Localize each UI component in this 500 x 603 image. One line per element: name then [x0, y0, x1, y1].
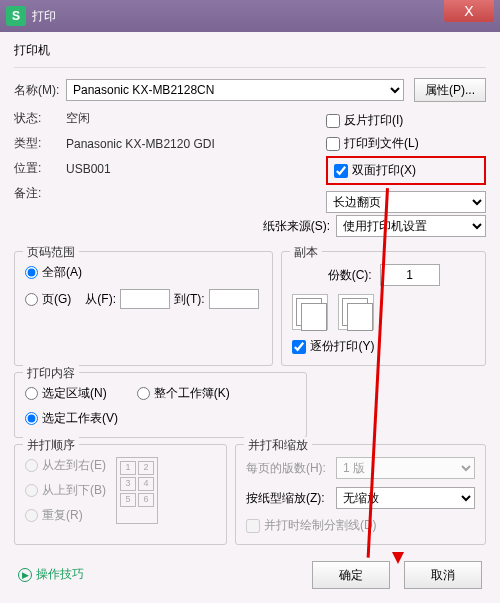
- properties-button[interactable]: 属性(P)...: [414, 78, 486, 102]
- range-pages-radio[interactable]: [25, 293, 38, 306]
- titlebar: S 打印 X: [0, 0, 500, 32]
- perpage-label: 每页的版数(H):: [246, 460, 336, 477]
- reverse-label: 反片打印(I): [344, 112, 403, 129]
- what-sel-radio[interactable]: [25, 387, 38, 400]
- source-label: 纸张来源(S):: [263, 218, 330, 235]
- scaling-select[interactable]: 无缩放: [336, 487, 475, 509]
- close-button[interactable]: X: [444, 0, 494, 22]
- lines-label: 并打时绘制分割线(D): [264, 517, 377, 534]
- range-title: 页码范围: [23, 244, 79, 261]
- location-label: 位置:: [14, 160, 66, 177]
- order-rep-radio: [25, 509, 38, 522]
- order-rep-label: 重复(R): [42, 507, 83, 524]
- collate-checkbox[interactable]: [292, 340, 306, 354]
- tips-link[interactable]: ▶ 操作技巧: [18, 566, 84, 583]
- what-sheet-label: 选定工作表(V): [42, 410, 118, 427]
- collate-label: 逐份打印(Y): [310, 338, 374, 355]
- notes-label: 备注:: [14, 185, 66, 202]
- order-tb-radio: [25, 484, 38, 497]
- range-all-label: 全部(A): [42, 264, 82, 281]
- duplex-mode-select[interactable]: 长边翻页: [326, 191, 486, 213]
- what-sheet-radio[interactable]: [25, 412, 38, 425]
- cancel-button[interactable]: 取消: [404, 561, 482, 589]
- scale-title: 并打和缩放: [244, 437, 312, 454]
- what-wb-radio[interactable]: [137, 387, 150, 400]
- tofile-checkbox[interactable]: [326, 137, 340, 151]
- scaling-label: 按纸型缩放(Z):: [246, 490, 336, 507]
- count-input[interactable]: [380, 264, 440, 286]
- printer-section-label: 打印机: [14, 42, 486, 59]
- to-label: 到(T):: [174, 291, 205, 308]
- location-value: USB001: [66, 162, 111, 176]
- printer-name-select[interactable]: Panasonic KX-MB2128CN: [66, 79, 404, 101]
- reverse-checkbox[interactable]: [326, 114, 340, 128]
- what-wb-label: 整个工作簿(K): [154, 385, 230, 402]
- what-title: 打印内容: [23, 365, 79, 382]
- order-title: 并打顺序: [23, 437, 79, 454]
- order-preview-icon: 12 34 56: [116, 457, 158, 524]
- perpage-select: 1 版: [336, 457, 475, 479]
- window-title: 打印: [32, 8, 444, 25]
- dialog-content: 打印机 名称(M): Panasonic KX-MB2128CN 属性(P)..…: [0, 32, 500, 603]
- order-lr-radio: [25, 459, 38, 472]
- collate-icon: [338, 294, 374, 330]
- play-icon: ▶: [18, 568, 32, 582]
- copies-title: 副本: [290, 244, 322, 261]
- range-all-radio[interactable]: [25, 266, 38, 279]
- range-pages-label: 页(G): [42, 291, 71, 308]
- type-value: Panasonic KX-MB2120 GDI: [66, 137, 215, 151]
- lines-checkbox: [246, 519, 260, 533]
- tofile-label: 打印到文件(L): [344, 135, 419, 152]
- source-select[interactable]: 使用打印机设置: [336, 215, 486, 237]
- from-input[interactable]: [120, 289, 170, 309]
- type-label: 类型:: [14, 135, 66, 152]
- duplex-checkbox[interactable]: [334, 164, 348, 178]
- to-input[interactable]: [209, 289, 259, 309]
- count-label: 份数(C):: [328, 267, 372, 284]
- order-lr-label: 从左到右(E): [42, 457, 106, 474]
- status-value: 空闲: [66, 110, 90, 127]
- name-label: 名称(M):: [14, 82, 66, 99]
- collate-icon: [292, 294, 328, 330]
- what-sel-label: 选定区域(N): [42, 385, 107, 402]
- from-label: 从(F):: [85, 291, 116, 308]
- ok-button[interactable]: 确定: [312, 561, 390, 589]
- order-tb-label: 从上到下(B): [42, 482, 106, 499]
- duplex-label: 双面打印(X): [352, 162, 416, 179]
- status-label: 状态:: [14, 110, 66, 127]
- app-logo-icon: S: [6, 6, 26, 26]
